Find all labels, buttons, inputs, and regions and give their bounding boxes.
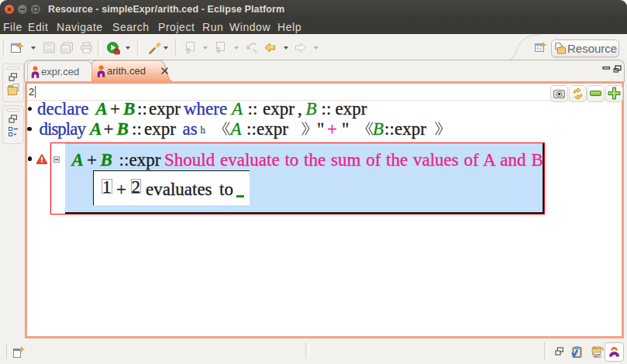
svg-text:GIT: GIT bbox=[594, 354, 601, 358]
